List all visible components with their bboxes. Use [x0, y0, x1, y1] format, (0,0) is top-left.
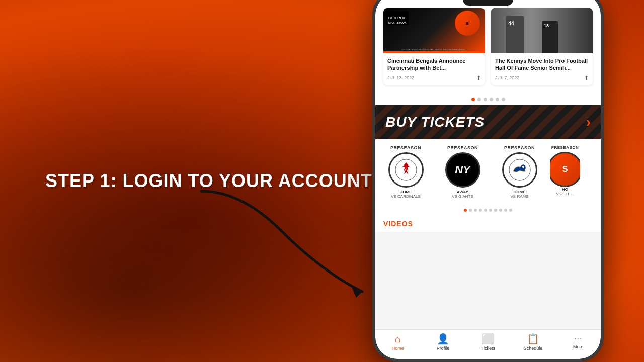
nav-profile[interactable]: 👤 Profile: [421, 333, 466, 351]
dot-4[interactable]: [490, 98, 493, 101]
news-card-hall-date: JUL 7, 2022 ⬆: [495, 75, 589, 81]
giants-logo-circle: NY: [445, 152, 480, 188]
dot-6[interactable]: [502, 98, 505, 101]
tickets-section: PRESEASON HOME vs CARDINALS: [375, 139, 601, 205]
news-card-bengals-image: BETFRED SPORTSBOOK B OFFICIAL SPORTS BET…: [383, 8, 485, 53]
cardinals-location: HOME: [400, 190, 412, 194]
ticket-dot-1[interactable]: [464, 209, 467, 212]
dot-3[interactable]: [484, 98, 487, 101]
nav-more[interactable]: ··· More: [555, 334, 601, 349]
news-card-hall-body: The Kennys Move Into Pro Football Hall O…: [491, 53, 593, 85]
profile-icon: 👤: [437, 333, 449, 345]
partial-team-icon: S: [562, 165, 568, 174]
schedule-icon: 📋: [527, 333, 539, 345]
sportsbook-label: SPORTSBOOK: [388, 21, 407, 24]
news-card-hall-image: 44 13: [491, 8, 593, 53]
ticket-partial-type: PRESEASON: [551, 145, 579, 150]
nav-tickets-label: Tickets: [481, 346, 495, 351]
giants-name: vs GIANTS: [452, 194, 473, 199]
nav-tickets[interactable]: ⬜ Tickets: [465, 333, 511, 351]
phone-screen: BETFRED SPORTSBOOK B OFFICIAL SPORTS BET…: [375, 0, 601, 359]
videos-label: VIDEOS: [383, 220, 593, 228]
nav-profile-label: Profile: [437, 346, 450, 351]
ticket-dot-3[interactable]: [474, 209, 477, 212]
ticket-cardinals-type: PRESEASON: [390, 145, 421, 150]
news-card-hall-title: The Kennys Move Into Pro Football Hall O…: [495, 57, 589, 72]
nav-home-label: Home: [392, 346, 404, 351]
ticket-partial[interactable]: PRESEASON S HO vs STE...: [550, 145, 580, 199]
cardinals-logo-circle: [388, 152, 424, 188]
rams-logo-circle: [502, 152, 537, 188]
news-dots: [375, 94, 601, 105]
phone-device: BETFRED SPORTSBOOK B OFFICIAL SPORTS BET…: [372, 0, 604, 362]
share-icon-bengals[interactable]: ⬆: [476, 75, 481, 81]
bengals-partner-text: OFFICIAL SPORTS BETTING PARTNER OF THE C…: [383, 48, 485, 51]
dot-5[interactable]: [496, 98, 499, 101]
ticket-cardinals[interactable]: PRESEASON HOME vs CARDINALS: [379, 145, 432, 199]
ticket-rams-type: PRESEASON: [504, 145, 535, 150]
nav-home[interactable]: ⌂ Home: [375, 333, 421, 351]
dot-1[interactable]: [471, 98, 475, 101]
rams-svg: [509, 159, 531, 181]
buy-tickets-arrow-icon: ›: [586, 114, 591, 130]
nav-schedule-label: Schedule: [524, 346, 543, 351]
buy-tickets-text: BUY TICKETS: [385, 114, 485, 130]
tickets-icon: ⬜: [481, 333, 494, 345]
status-bar: [375, 0, 601, 8]
step-label: STEP 1: LOGIN TO YOUR ACCOUNT: [45, 170, 372, 192]
rams-location: HOME: [514, 190, 526, 194]
partial-name: vs STE...: [556, 192, 574, 196]
ticket-dot-8[interactable]: [499, 209, 502, 212]
ticket-dots: [375, 205, 601, 216]
more-dots-icon: ···: [574, 334, 582, 343]
giants-location: AWAY: [457, 190, 468, 194]
videos-section: VIDEOS: [375, 216, 601, 232]
news-card-hall[interactable]: 44 13 The Kennys Move Into Pro Football …: [491, 8, 593, 85]
share-icon-hall[interactable]: ⬆: [584, 75, 589, 81]
nav-schedule[interactable]: 📋 Schedule: [511, 333, 556, 351]
ticket-dot-10[interactable]: [509, 209, 512, 212]
rams-name: vs RAMS: [510, 194, 528, 199]
bengals-stripe: [383, 51, 485, 53]
nav-more-label: More: [573, 344, 584, 349]
cardinals-svg: [395, 159, 417, 181]
ticket-giants-type: PRESEASON: [447, 145, 478, 150]
ticket-dot-2[interactable]: [469, 209, 472, 212]
partial-location: HO: [562, 187, 568, 192]
notch: [463, 0, 513, 6]
jersey-13: 13: [544, 23, 549, 28]
step-text-container: STEP 1: LOGIN TO YOUR ACCOUNT: [45, 170, 372, 192]
news-card-bengals-date: JUL 13, 2022 ⬆: [387, 75, 481, 81]
giants-ny-text: NY: [455, 163, 470, 176]
partial-team-circle: S: [550, 152, 580, 187]
ticket-dot-4[interactable]: [479, 209, 482, 212]
bengals-helmet: B: [455, 11, 480, 36]
ticket-dot-9[interactable]: [504, 209, 507, 212]
news-card-bengals-body: Cincinnati Bengals Announce Partnership …: [383, 53, 485, 85]
news-card-bengals[interactable]: BETFRED SPORTSBOOK B OFFICIAL SPORTS BET…: [383, 8, 485, 85]
news-section: BETFRED SPORTSBOOK B OFFICIAL SPORTS BET…: [375, 8, 601, 94]
cardinals-name: vs CARDINALS: [391, 194, 421, 199]
home-icon: ⌂: [395, 333, 401, 345]
dot-2[interactable]: [477, 98, 481, 101]
ticket-dot-5[interactable]: [484, 209, 487, 212]
ticket-dot-7[interactable]: [494, 209, 497, 212]
ticket-giants[interactable]: PRESEASON NY AWAY vs GIANTS: [436, 145, 489, 199]
jersey-44: 44: [508, 21, 514, 26]
hall-photo-bg: 44 13: [491, 8, 593, 53]
buy-tickets-banner[interactable]: BUY TICKETS ›: [375, 105, 601, 139]
bottom-nav: ⌂ Home 👤 Profile ⬜ Tickets 📋 Schedule ··…: [375, 329, 601, 359]
ticket-rams[interactable]: PRESEASON HOME vs RAMS: [493, 145, 546, 199]
betfred-label: BETFRED: [388, 16, 405, 20]
phone-wrapper: BETFRED SPORTSBOOK B OFFICIAL SPORTS BET…: [372, 0, 614, 362]
ticket-dot-6[interactable]: [489, 209, 492, 212]
news-card-bengals-title: Cincinnati Bengals Announce Partnership …: [387, 57, 481, 72]
